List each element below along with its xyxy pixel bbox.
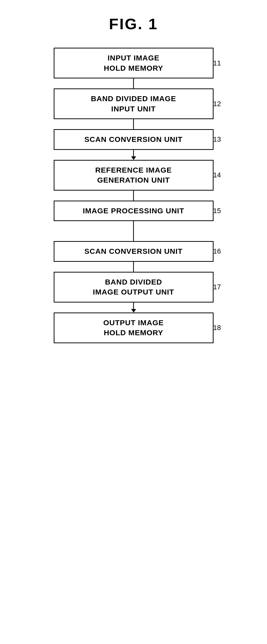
block-band-divided-image-output-unit: BAND DIVIDEDIMAGE OUTPUT UNIT: [54, 272, 214, 302]
connector-1-2: [133, 78, 134, 88]
block-row-3: SCAN CONVERSION UNIT 13: [46, 129, 221, 150]
block-image-processing-unit: IMAGE PROCESSING UNIT: [54, 200, 214, 221]
block-reference-image-generation-unit: REFERENCE IMAGEGENERATION UNIT: [54, 160, 214, 190]
connector-6-7: [133, 262, 134, 272]
arrowhead-2: [131, 309, 136, 312]
block-row-4: REFERENCE IMAGEGENERATION UNIT 14: [46, 160, 221, 190]
block-row-5: IMAGE PROCESSING UNIT 15: [46, 200, 221, 221]
arrowhead: [131, 156, 136, 160]
block-row-7: BAND DIVIDEDIMAGE OUTPUT UNIT 17: [46, 272, 221, 302]
block-output-image-hold-memory: OUTPUT IMAGEHOLD MEMORY: [54, 312, 214, 343]
connector-2-3: [133, 119, 134, 129]
connector-7-8: [131, 302, 136, 312]
page: FIG. 1 INPUT IMAGEHOLD MEMORY 11 BAND DI…: [0, 0, 267, 644]
connector-4-5: [133, 190, 134, 200]
block-label-14: 14: [213, 171, 221, 179]
connector-line: [133, 150, 134, 156]
block-row-1: INPUT IMAGEHOLD MEMORY 11: [46, 48, 221, 78]
block-label-12: 12: [213, 100, 221, 108]
block-input-image-hold-memory: INPUT IMAGEHOLD MEMORY: [54, 48, 214, 78]
block-band-divided-image-input-unit: BAND DIVIDED IMAGEINPUT UNIT: [54, 88, 214, 119]
block-label-17: 17: [213, 283, 221, 291]
block-scan-conversion-unit-2: SCAN CONVERSION UNIT: [54, 241, 214, 262]
block-label-18: 18: [213, 324, 221, 332]
block-scan-conversion-unit-1: SCAN CONVERSION UNIT: [54, 129, 214, 150]
figure-title: FIG. 1: [109, 15, 158, 33]
connector-line-2: [133, 302, 134, 309]
block-label-11: 11: [213, 59, 221, 67]
block-label-15: 15: [213, 207, 221, 215]
connector-5-6: [133, 221, 134, 241]
block-label-16: 16: [213, 247, 221, 255]
block-label-13: 13: [213, 136, 221, 144]
block-row-6: SCAN CONVERSION UNIT 16: [46, 241, 221, 262]
block-row-2: BAND DIVIDED IMAGEINPUT UNIT 12: [46, 88, 221, 119]
diagram: INPUT IMAGEHOLD MEMORY 11 BAND DIVIDED I…: [46, 48, 221, 343]
connector-3-4: [131, 150, 136, 160]
block-row-8: OUTPUT IMAGEHOLD MEMORY 18: [46, 312, 221, 343]
